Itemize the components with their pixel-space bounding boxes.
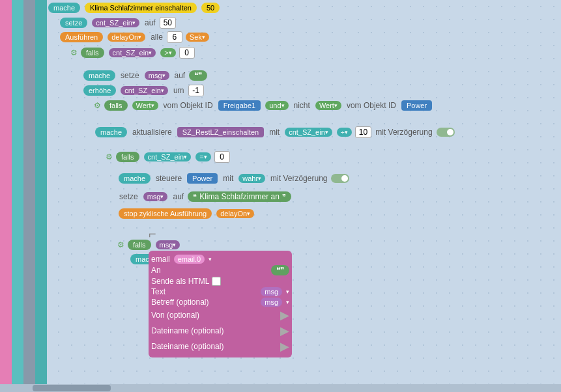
num-10-box[interactable]: 10 bbox=[355, 126, 371, 138]
sidebar-teal2 bbox=[35, 0, 47, 392]
email-row-dateiname2: Dateiname (optional) ▶ bbox=[151, 339, 289, 354]
row-mache-klima: mache Klima Schlafzimmer einschalten 50 bbox=[47, 3, 221, 13]
value-minus1-box[interactable]: -1 bbox=[188, 85, 204, 96]
setze-label: setze bbox=[60, 18, 87, 28]
und-select[interactable]: und bbox=[265, 101, 288, 110]
cnt-sz-select-div[interactable]: cnt_SZ_ein bbox=[285, 128, 332, 137]
auf-label3: auf bbox=[173, 192, 184, 201]
stop-block[interactable]: stop zyklische Ausführung bbox=[119, 208, 212, 219]
wahr-select[interactable]: wahr bbox=[238, 174, 265, 183]
email-row-email: email email.0 bbox=[151, 255, 289, 264]
email-block: email email.0 An ❝❞ Sende als HTML Text … bbox=[149, 251, 292, 357]
value-50[interactable]: 50 bbox=[201, 3, 220, 13]
an-value[interactable]: ❝❞ bbox=[271, 265, 289, 275]
von-label: Von (optional) bbox=[151, 311, 199, 320]
gear-icon4[interactable] bbox=[117, 240, 124, 249]
row-falls2: falls Wert vom Objekt ID Freigabe1 und n… bbox=[94, 100, 433, 111]
sidebar-teal bbox=[12, 0, 23, 392]
msg-select3[interactable]: msg bbox=[156, 240, 180, 249]
delayon-select2[interactable]: delayOn bbox=[216, 209, 254, 218]
vom-objekt2: vom Objekt ID bbox=[347, 101, 396, 110]
quotes-block1[interactable]: ❝❞ bbox=[189, 70, 207, 81]
text-label: Text bbox=[151, 287, 165, 296]
sidebar-gray bbox=[23, 0, 35, 392]
sidebar-pink bbox=[0, 0, 12, 392]
mit-verzoegerung1: mit Verzögerung bbox=[375, 128, 432, 137]
row-stop: stop zyklische Ausführung delayOn bbox=[117, 208, 255, 219]
cnt-sz-ein-select1[interactable]: cnt_SZ_ein bbox=[92, 18, 139, 27]
email-row-betreff: Betreff (optional) msg bbox=[151, 298, 289, 307]
power-block1[interactable]: Power bbox=[401, 100, 432, 111]
delayon-select[interactable]: delayOn bbox=[108, 33, 145, 42]
cnt-sz-ein-select2[interactable]: cnt_SZ_ein bbox=[109, 48, 156, 57]
falls-label4: falls bbox=[128, 240, 151, 250]
vom-objekt1: vom Objekt ID bbox=[164, 101, 213, 110]
mache-label2: mache bbox=[83, 70, 115, 81]
div-select[interactable]: ÷ bbox=[337, 128, 352, 137]
sz-restlz-block[interactable]: SZ_RestLZ_einschalten bbox=[177, 127, 264, 137]
scrollbar-thumb[interactable] bbox=[33, 385, 111, 391]
gear-icon2[interactable] bbox=[94, 101, 101, 110]
power-block2[interactable]: Power bbox=[187, 173, 218, 184]
um-label: um bbox=[173, 86, 184, 95]
erhoehe-label: erhöhe bbox=[83, 85, 116, 96]
alle-label: alle bbox=[151, 33, 163, 42]
setze-label3: setze bbox=[119, 192, 138, 201]
cnt-sz-select3[interactable]: cnt_SZ_ein bbox=[144, 152, 192, 161]
ausfuehren-label: Ausführen bbox=[60, 32, 103, 42]
scrollbar-track bbox=[0, 384, 561, 392]
sende-html-checkbox[interactable] bbox=[212, 277, 221, 286]
row-ausfuehren: Ausführen delayOn alle 6 Sek bbox=[59, 31, 210, 43]
toggle-delay2[interactable] bbox=[331, 174, 349, 183]
auf-label1: auf bbox=[145, 18, 156, 27]
betreff-label: Betreff (optional) bbox=[151, 298, 209, 307]
dateiname2-label: Dateiname (optional) bbox=[151, 342, 223, 351]
row-mache-setze: mache setze msg auf ❝❞ bbox=[82, 70, 207, 81]
email-row-html: Sende als HTML bbox=[151, 277, 289, 286]
row-erhoehe: erhöhe cnt_SZ_ein um -1 bbox=[82, 85, 204, 96]
dateiname1-label: Dateiname (optional) bbox=[151, 326, 223, 335]
nicht-label: nicht bbox=[294, 101, 310, 110]
email-row-text: Text msg bbox=[151, 287, 289, 296]
row-setze: setze cnt_SZ_ein auf 50 bbox=[59, 17, 176, 29]
sek-select[interactable]: Sek bbox=[186, 33, 209, 42]
klima-block[interactable]: Klima Schlafzimmer einschalten bbox=[85, 3, 197, 13]
value-0-box2[interactable]: 0 bbox=[214, 151, 230, 163]
mit-verzoegerung2: mit Verzögerung bbox=[270, 174, 327, 183]
falls-label1: falls bbox=[81, 48, 104, 58]
gear-icon3[interactable] bbox=[106, 152, 113, 161]
mit-label2: mit bbox=[223, 174, 233, 183]
cnt-sz-ein-select3[interactable]: cnt_SZ_ein bbox=[121, 86, 168, 95]
email-row-an: An ❝❞ bbox=[151, 265, 289, 275]
wert-select1[interactable]: Wert bbox=[132, 101, 158, 110]
freigabe1-block[interactable]: Freigabe1 bbox=[218, 100, 261, 111]
value-0-box1[interactable]: 0 bbox=[179, 47, 195, 59]
toggle-delay1[interactable] bbox=[437, 128, 455, 137]
gt-select[interactable]: > bbox=[160, 48, 175, 57]
row-falls-msg: falls msg bbox=[117, 240, 181, 250]
row-setze-msg: setze msg auf ❝ Klima Schlafzimmer an ❞ bbox=[117, 191, 291, 202]
value-50-box[interactable]: 50 bbox=[160, 17, 176, 29]
msg-select1[interactable]: msg bbox=[145, 71, 169, 80]
email-label: email bbox=[151, 255, 170, 264]
email-row-von: Von (optional) ▶ bbox=[151, 308, 289, 322]
setze-label2: setze bbox=[121, 71, 139, 80]
auf-label2: auf bbox=[175, 71, 186, 80]
text-msg-select[interactable]: msg bbox=[261, 287, 282, 296]
falls-label2: falls bbox=[104, 100, 128, 111]
gear-icon1[interactable] bbox=[70, 48, 78, 57]
mit-label1: mit bbox=[269, 128, 280, 137]
sende-html-label: Sende als HTML bbox=[151, 277, 209, 286]
klima-string-block[interactable]: ❝ Klima Schlafzimmer an ❞ bbox=[188, 191, 291, 202]
eq-select[interactable]: = bbox=[195, 152, 210, 161]
row-mache3: mache steuere Power mit wahr mit Verzöge… bbox=[117, 173, 349, 184]
email-select[interactable]: email.0 bbox=[174, 255, 205, 264]
wert-select2[interactable]: Wert bbox=[315, 101, 341, 110]
an-label: An bbox=[151, 266, 161, 275]
klima-string-text: Klima Schlafzimmer an bbox=[199, 192, 280, 201]
betreff-msg-select[interactable]: msg bbox=[261, 298, 282, 307]
msg-select2[interactable]: msg bbox=[143, 192, 168, 201]
steuere-label: steuere bbox=[156, 174, 182, 183]
num-6-box[interactable]: 6 bbox=[167, 31, 182, 43]
row-falls1: falls cnt_SZ_ein > 0 bbox=[70, 47, 195, 59]
